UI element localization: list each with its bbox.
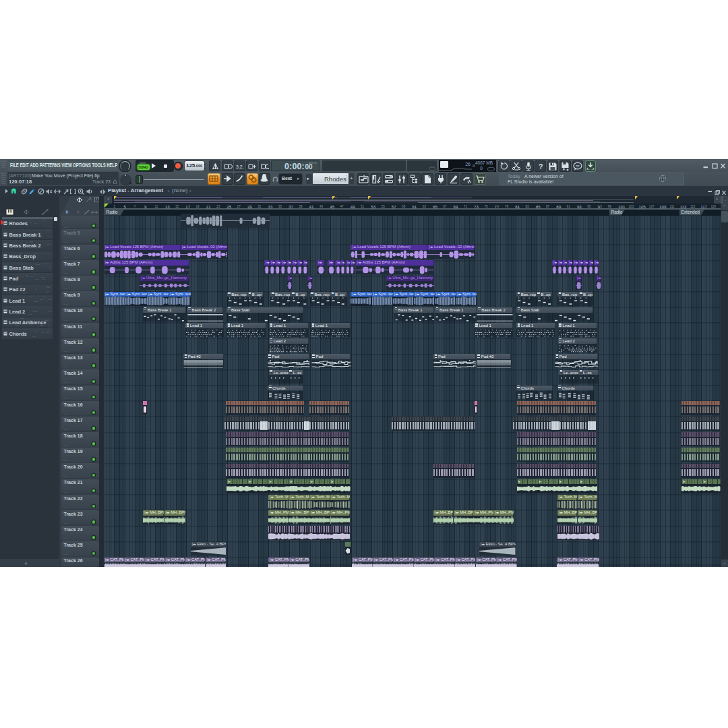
svg-text:3.2.: 3.2. (236, 164, 244, 169)
svg-text:?: ? (539, 162, 543, 170)
